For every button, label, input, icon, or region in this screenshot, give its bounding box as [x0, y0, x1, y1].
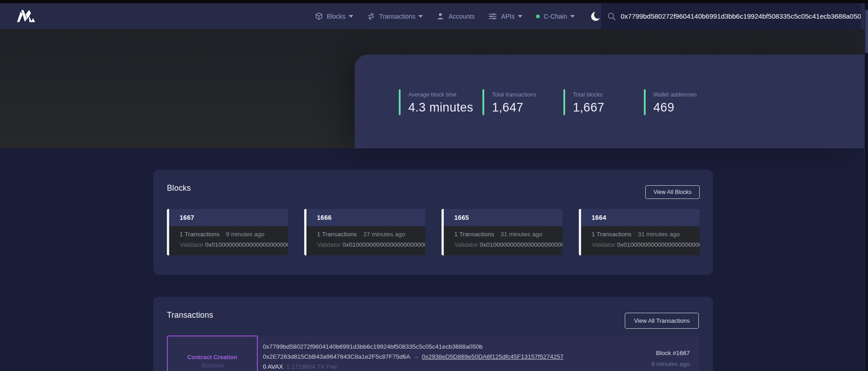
search-icon	[607, 12, 616, 21]
transaction-age: 9 minutes ago	[651, 361, 690, 367]
chain-status-dot	[536, 15, 540, 18]
validator-label: Validator	[592, 241, 615, 248]
nav-item-label: C-Chain	[544, 13, 567, 20]
block-card-1665[interactable]: 1665 1 Transactions31 minutes ago Valida…	[442, 209, 562, 255]
nav-item-label: Transactions	[379, 13, 416, 20]
stat-label: Total blocks	[573, 89, 604, 98]
arrow-right-icon: →	[410, 353, 422, 360]
stat-value: 4.3 minutes	[408, 101, 473, 115]
stat-accent-bar	[482, 89, 484, 115]
block-age: 9 minutes ago	[226, 231, 265, 238]
transaction-status: Success	[201, 362, 223, 369]
stat-label: Average block time	[408, 89, 473, 98]
block-tx-count: 1 Transactions	[180, 231, 220, 238]
chevron-down-icon	[518, 15, 522, 18]
stat-wallet-addresses: Wallet addresses 469	[644, 89, 697, 115]
vertical-scrollbar[interactable]	[864, 3, 868, 371]
view-all-blocks-button[interactable]: View All Blocks	[645, 185, 700, 199]
transaction-amount: 0 AVAX	[263, 363, 283, 370]
block-card-1666[interactable]: 1666 1 Transactions27 minutes ago Valida…	[304, 209, 425, 255]
validator-label: Validator	[180, 241, 203, 248]
person-icon	[437, 12, 444, 20]
hero-section: Average block time 4.3 minutes Total tra…	[0, 29, 864, 148]
swap-arrows-icon	[366, 11, 376, 21]
block-number: 1665	[454, 214, 469, 221]
cube-icon	[315, 12, 323, 20]
sliders-icon	[488, 13, 497, 20]
stat-average-block-time: Average block time 4.3 minutes	[399, 89, 473, 115]
nav-item-label: Blocks	[327, 13, 346, 20]
block-age: 31 minutes ago	[501, 231, 542, 238]
block-card-1664[interactable]: 1664 1 Transactions31 minutes ago Valida…	[579, 209, 700, 255]
nav-item-accounts[interactable]: Accounts	[437, 12, 475, 20]
block-number: 1667	[180, 214, 194, 221]
nav-item-chain-selector[interactable]: C-Chain	[536, 13, 575, 20]
nav-item-apis[interactable]: APIs	[488, 13, 522, 20]
stat-accent-bar	[644, 89, 646, 115]
stat-label: Wallet addresses	[653, 89, 697, 98]
to-address-link[interactable]: 0x2938eD5D869e50DA6f125dfc45F13157f52742…	[422, 353, 564, 360]
window-top-strip	[0, 0, 868, 3]
validator-label: Validator	[454, 241, 478, 248]
validator-address: 0x0100000000000000000000000...	[617, 241, 700, 248]
transaction-type: Contract Creation	[187, 354, 237, 361]
block-number: 1664	[592, 214, 606, 221]
moon-icon[interactable]	[590, 10, 602, 22]
transaction-details: 0x7799bd580272f9604140b6991d3bb6c19924bf…	[263, 342, 563, 371]
block-age: 31 minutes ago	[638, 231, 680, 238]
transactions-section: Transactions View All Transactions Contr…	[153, 297, 713, 371]
validator-label: Validator	[317, 241, 341, 248]
transaction-type-badge: Contract Creation Success	[167, 335, 258, 371]
block-tx-count: 1 Transactions	[454, 231, 494, 238]
blocks-section-title: Blocks	[167, 183, 191, 193]
nav-item-label: Accounts	[448, 13, 475, 20]
transaction-fee: 1.1718604 TX Fee	[286, 363, 337, 370]
block-tx-count: 1 Transactions	[592, 231, 632, 238]
view-all-transactions-button[interactable]: View All Transactions	[625, 313, 699, 329]
stat-value: 1,647	[492, 101, 536, 115]
stat-accent-bar	[399, 89, 401, 115]
transaction-block-info: Block #1667 9 minutes ago	[651, 350, 690, 367]
block-tx-count: 1 Transactions	[317, 231, 357, 238]
stat-total-blocks: Total blocks 1,667	[563, 89, 604, 115]
chevron-down-icon	[570, 15, 575, 18]
nav-item-transactions[interactable]: Transactions	[367, 13, 423, 20]
stat-accent-bar	[563, 89, 565, 115]
nav-menu: Blocks Transactions Accounts	[315, 3, 602, 29]
chevron-down-icon	[349, 15, 353, 18]
block-number: 1666	[317, 214, 331, 221]
scrollbar-thumb[interactable]	[865, 10, 868, 53]
transaction-block-link[interactable]: Block #1667	[651, 350, 690, 356]
blocks-section: Blocks View All Blocks 1667 1 Transactio…	[153, 170, 713, 275]
stats-panel: Average block time 4.3 minutes Total tra…	[355, 55, 864, 148]
validator-address: 0x0100000000000000000000000...	[205, 241, 288, 248]
transaction-row[interactable]: Contract Creation Success 0x7799bd580272…	[167, 335, 699, 371]
chevron-down-icon	[418, 15, 423, 18]
search-box	[601, 3, 861, 29]
transactions-section-title: Transactions	[167, 310, 213, 320]
search-input[interactable]	[621, 12, 861, 20]
transaction-hash: 0x7799bd580272f9604140b6991d3bb6c19924bf…	[263, 342, 563, 352]
block-card-1667[interactable]: 1667 1 Transactions9 minutes ago Validat…	[167, 209, 288, 255]
stat-value: 1,667	[573, 101, 604, 115]
navbar: Blocks Transactions Accounts	[0, 3, 864, 29]
nav-item-blocks[interactable]: Blocks	[315, 12, 353, 20]
validator-address: 0x0100000000000000000000000...	[342, 241, 425, 248]
stat-total-transactions: Total transactions 1,647	[482, 89, 536, 115]
avalanche-logo[interactable]	[16, 9, 36, 24]
nav-item-label: APIs	[501, 13, 515, 20]
explorer-homepage: Blocks Transactions Accounts	[0, 0, 868, 371]
stat-label: Total transactions	[492, 89, 536, 98]
block-age: 27 minutes ago	[363, 231, 405, 238]
from-address: 0x2E7263d815CbB43a9647843C8a1e2F5c87F75d…	[263, 353, 410, 360]
block-card-row: 1667 1 Transactions9 minutes ago Validat…	[167, 209, 700, 255]
validator-address: 0x0100000000000000000000000...	[480, 241, 562, 248]
stat-value: 469	[653, 101, 697, 115]
